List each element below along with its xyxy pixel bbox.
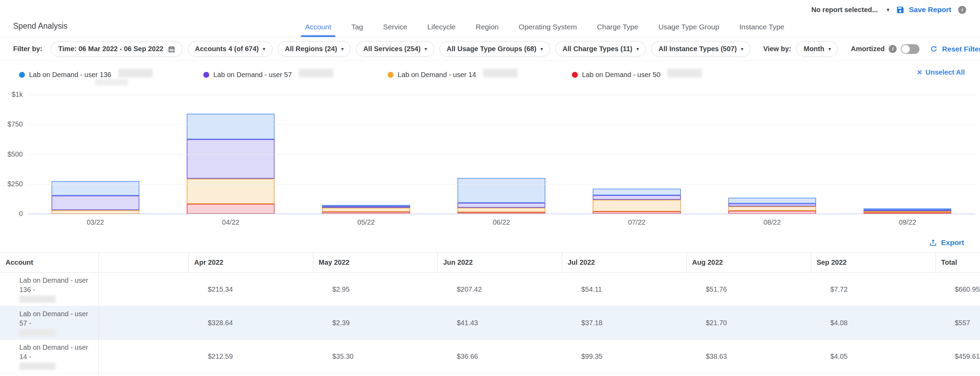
bar-segment-lab-on-demand-user-136[interactable]	[187, 114, 275, 139]
legend-item-lab-on-demand-user-14[interactable]: Lab on Demand - user 14	[388, 67, 572, 82]
amortized-toggle[interactable]	[901, 44, 920, 54]
redacted-text	[667, 69, 702, 78]
amortized-label: Amortized	[851, 45, 885, 53]
stacked-bar-03-22[interactable]	[51, 181, 139, 214]
bar-segment-lab-on-demand-user-14[interactable]	[593, 200, 681, 211]
stacked-bar-04-22[interactable]	[187, 114, 275, 214]
stacked-bar-09-22[interactable]	[864, 208, 951, 214]
account-column-header[interactable]: Account	[0, 252, 99, 273]
month-value-cell: $2.39	[313, 306, 438, 340]
bar-segment-lab-on-demand-user-136[interactable]	[728, 198, 816, 204]
month-column-header[interactable]: Aug 2022	[686, 252, 811, 273]
month-value-cell: $38.63	[686, 340, 811, 373]
bar-segment-lab-on-demand-user-50[interactable]	[187, 204, 275, 214]
bar-segment-lab-on-demand-user-14[interactable]	[458, 208, 545, 212]
month-column-header[interactable]: Jun 2022	[438, 252, 562, 273]
chevron-down-icon: ▾	[341, 47, 344, 51]
legend-item-lab-on-demand-user-57[interactable]: Lab on Demand - user 57	[203, 67, 388, 82]
account-cell: Lab on Demand - user 136 -	[0, 273, 99, 306]
legend-item-lab-on-demand-user-136[interactable]: Lab on Demand - user 136	[19, 67, 203, 82]
tab-charge-type[interactable]: Charge Type	[596, 23, 639, 37]
month-value-cell: $207.42	[438, 273, 562, 306]
stacked-bar-07-22[interactable]	[593, 189, 681, 214]
filter-by-label: Filter by:	[13, 45, 42, 53]
filter-dropdown-all-usage-type-groups-68[interactable]: All Usage Type Groups (68)▾	[439, 41, 550, 57]
month-value-cell: $41.43	[438, 306, 562, 340]
filter-dropdown-all-services-254[interactable]: All Services (254)▾	[356, 41, 434, 57]
account-cell: Lab on Demand - user 50 -	[0, 373, 99, 376]
bar-segment-lab-on-demand-user-14[interactable]	[728, 206, 816, 211]
month-column-header[interactable]: May 2022	[313, 252, 438, 273]
time-filter-pill[interactable]: Time: 06 Mar 2022 - 06 Sep 2022	[51, 41, 182, 57]
tab-lifecycle[interactable]: Lifecycle	[427, 23, 457, 37]
stacked-bar-06-22[interactable]	[458, 178, 545, 214]
export-row: Export	[0, 233, 980, 252]
redacted-text	[95, 79, 128, 86]
save-report-button[interactable]: Save Report	[896, 6, 951, 14]
bar-segment-lab-on-demand-user-14[interactable]	[322, 208, 410, 212]
tab-instance-type[interactable]: Instance Type	[739, 23, 785, 37]
tab-operating-system[interactable]: Operating System	[518, 23, 578, 37]
bar-segment-lab-on-demand-user-57[interactable]	[187, 139, 275, 178]
month-column-header[interactable]: Jul 2022	[562, 252, 686, 273]
gridline-750	[28, 124, 975, 125]
chevron-down-icon: ▾	[887, 7, 889, 12]
tab-account[interactable]: Account	[304, 23, 332, 37]
table-row: Lab on Demand - user 14 -$212.59$35.30$3…	[0, 340, 980, 373]
legend-item-label: Lab on Demand - user 14	[398, 71, 476, 79]
bar-segment-lab-on-demand-user-136[interactable]	[593, 189, 681, 195]
info-icon[interactable]: i	[889, 45, 897, 53]
chevron-down-icon: ▾	[636, 47, 639, 51]
info-icon[interactable]: i	[958, 6, 966, 14]
total-value-cell: $167.08	[935, 373, 980, 376]
total-value-cell: $660.95	[935, 273, 980, 306]
month-value-cell: $19.67	[562, 373, 686, 376]
legend-item-lab-on-demand-user-50[interactable]: Lab on Demand - user 50	[572, 67, 756, 82]
account-cell: Lab on Demand - user 57 -	[0, 306, 99, 340]
x-tick-label: 06/22	[434, 218, 569, 226]
bar-segment-lab-on-demand-user-57[interactable]	[593, 195, 681, 200]
tab-usage-type-group[interactable]: Usage Type Group	[658, 23, 720, 37]
tab-tag[interactable]: Tag	[351, 23, 364, 37]
export-button[interactable]: Export	[929, 238, 964, 247]
bar-segment-lab-on-demand-user-57[interactable]	[51, 195, 139, 210]
toggle-knob	[902, 45, 910, 53]
x-tick-label: 03/22	[28, 218, 163, 226]
redacted-text	[118, 69, 153, 78]
legend-item-label: Lab on Demand - user 50	[582, 71, 660, 79]
gridline-500	[28, 154, 975, 155]
blank-cell	[99, 340, 188, 373]
tab-bar: AccountTagServiceLifecycleRegionOperatin…	[304, 23, 785, 37]
bar-segment-lab-on-demand-user-57[interactable]	[458, 203, 545, 208]
tab-region[interactable]: Region	[475, 23, 500, 37]
filter-dropdown-all-regions-24[interactable]: All Regions (24)▾	[278, 41, 351, 57]
total-value-cell: $557	[935, 306, 980, 340]
table-header-row: Account Apr 2022 May 2022 Jun 2022 Jul 2…	[0, 252, 980, 273]
filter-dropdown-all-charge-types-11[interactable]: All Charge Types (11)▾	[555, 41, 646, 57]
month-column-header[interactable]: Apr 2022	[188, 252, 313, 273]
bar-segment-lab-on-demand-user-57[interactable]	[728, 203, 816, 206]
close-icon: ✕	[917, 68, 922, 76]
bar-segment-lab-on-demand-user-136[interactable]	[458, 178, 545, 203]
redacted-text	[19, 329, 56, 336]
total-column-header[interactable]: Total	[935, 252, 980, 273]
stacked-bar-08-22[interactable]	[728, 198, 816, 214]
filter-dropdown-accounts-4-of-674[interactable]: Accounts 4 (of 674)▾	[188, 41, 272, 57]
month-column-header[interactable]: Sep 2022	[811, 252, 935, 273]
x-tick-label: 08/22	[705, 218, 840, 226]
view-by-dropdown[interactable]: Month ▾	[796, 41, 838, 57]
top-bar: No report selected... ▾ Save Report i	[0, 0, 980, 14]
filter-dropdown-all-instance-types-507[interactable]: All Instance Types (507)▾	[651, 41, 750, 57]
unselect-all-button[interactable]: ✕ Unselect All	[917, 68, 965, 76]
stacked-bar-05-22[interactable]	[322, 205, 410, 214]
report-selector-dropdown[interactable]: No report selected... ▾	[811, 6, 889, 14]
month-value-cell: $2.95	[313, 273, 438, 306]
bar-segment-lab-on-demand-user-14[interactable]	[187, 179, 275, 204]
bar-segment-lab-on-demand-user-136[interactable]	[51, 181, 139, 195]
tab-service[interactable]: Service	[382, 23, 408, 37]
legend-dot-icon	[19, 72, 25, 78]
filter-dropdown-label: All Instance Types (507)	[659, 45, 737, 53]
x-tick-label: 07/22	[569, 218, 705, 226]
reset-filters-button[interactable]: Reset Filters	[930, 45, 980, 53]
blank-column-header	[99, 252, 188, 273]
